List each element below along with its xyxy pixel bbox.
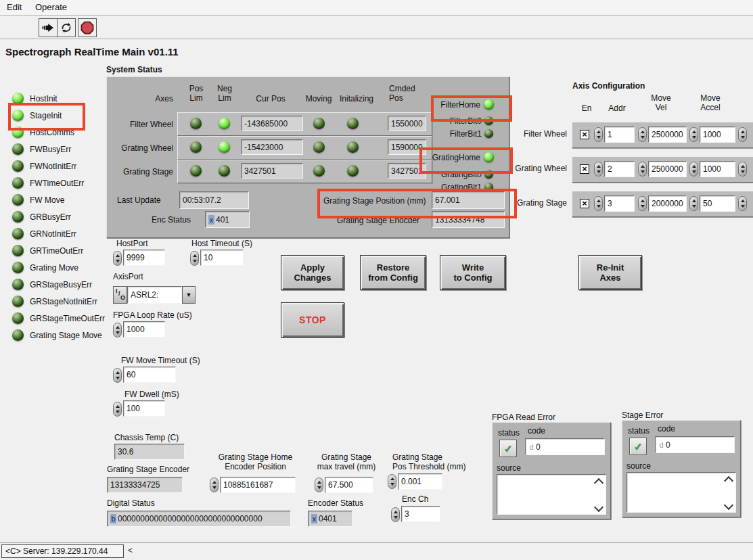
fw-dwell-input[interactable]: 100 — [123, 400, 165, 417]
move-vel-input[interactable]: 2000000 — [648, 195, 687, 212]
move-vel-stepper[interactable] — [638, 196, 647, 211]
axisport-dropdown-button[interactable]: ▼ — [182, 286, 196, 304]
addr-stepper[interactable] — [594, 196, 603, 211]
fw-dwell-stepper[interactable] — [113, 402, 122, 417]
led-label: HostComms — [30, 128, 74, 137]
bit-led-label: FilterHome — [413, 100, 480, 110]
led-label: GRStageNotInitErr — [30, 297, 97, 306]
hostport-stepper[interactable] — [113, 251, 122, 266]
max-travel-label: Grating Stage max travel (mm) — [313, 452, 380, 471]
radix-decimal: d — [528, 442, 534, 452]
led-label: HostInit — [30, 94, 58, 103]
stop-button[interactable]: STOP — [281, 302, 344, 337]
host-timeout-stepper[interactable] — [190, 251, 199, 266]
addr-stepper[interactable] — [594, 162, 603, 177]
neg-lim-led — [219, 141, 230, 153]
col-header-neg-lim: Neg Lim — [212, 84, 237, 103]
enc-ch-input[interactable]: 3 — [401, 506, 440, 522]
front-panel: Edit Operate Spectrograp — [0, 0, 753, 560]
chassis-temp-indicator: 30.6 — [114, 444, 185, 460]
pos-threshold-stepper[interactable] — [388, 474, 396, 489]
source-textarea[interactable] — [626, 472, 736, 513]
grating-stage-encoder-indicator: 13133334725 — [107, 477, 183, 493]
menu-operate[interactable]: Operate — [35, 2, 67, 12]
led-label: GRNotInitErr — [30, 229, 76, 239]
fw-dwell-label: FW Dwell (mS) — [124, 390, 179, 399]
move-accel-input[interactable]: 50 — [700, 195, 735, 212]
hostport-label: HostPort — [116, 239, 148, 248]
move-vel-stepper[interactable] — [638, 162, 647, 177]
grstagetimeouterr-led — [12, 312, 24, 324]
hostport-input[interactable]: 9999 — [123, 250, 165, 266]
max-travel-stepper[interactable] — [315, 477, 323, 492]
led-label: Grating Stage Move — [30, 331, 102, 340]
menu-bar: Edit Operate — [0, 0, 753, 16]
move-accel-stepper[interactable] — [689, 196, 698, 211]
extra-stepper[interactable] — [738, 127, 747, 142]
host-timeout-input[interactable]: 10 — [200, 250, 244, 266]
code-input[interactable]: d 0 — [525, 438, 605, 455]
axis-row-label: Grating Stage — [115, 167, 173, 177]
pos-threshold-input[interactable]: 0.001 — [398, 473, 442, 490]
enable-checkbox[interactable] — [580, 130, 589, 139]
enable-checkbox[interactable] — [580, 199, 589, 208]
fpga-loop-rate-input[interactable]: 1000 — [123, 321, 165, 337]
addr-input[interactable]: 1 — [604, 126, 635, 143]
restore-from-config-button[interactable]: Restore from Config — [360, 255, 426, 290]
bit-led-label: GratingBit1 — [414, 183, 482, 192]
write-to-config-button[interactable]: Write to Config — [440, 255, 506, 290]
radix-hex: x — [208, 215, 214, 225]
run-button[interactable] — [39, 18, 58, 37]
enc-status-indicator: x 401 — [205, 211, 250, 228]
enable-checkbox[interactable] — [580, 164, 589, 174]
host-timeout-label: Host Timeout (S) — [191, 239, 252, 248]
bit-led-label: GratingBit0 — [414, 170, 482, 179]
col-header-moving: Moving — [303, 94, 334, 103]
page-title: Spectrograph RealTime Main v01.11 — [5, 46, 179, 57]
enc-ch-stepper[interactable] — [391, 507, 400, 522]
addr-input[interactable]: 2 — [604, 161, 635, 177]
fw-move-timeout-stepper[interactable] — [113, 368, 122, 383]
grnotiniterr-led — [12, 228, 24, 239]
addr-input[interactable]: 3 — [604, 195, 635, 212]
axis-config-row: 2 2500000 1000 — [572, 156, 753, 183]
home-encoder-position-stepper[interactable] — [210, 477, 219, 492]
gratinghome-led — [484, 152, 494, 162]
addr-stepper[interactable] — [594, 127, 603, 142]
radix-binary: b — [110, 514, 116, 523]
move-vel-input[interactable]: 2500000 — [648, 161, 687, 177]
code-input[interactable]: d 0 — [655, 436, 735, 453]
grating-stage-position-label: Grating Stage Position (mm) — [323, 196, 426, 206]
move-vel-input[interactable]: 2500000 — [648, 126, 687, 143]
extra-stepper[interactable] — [738, 196, 747, 211]
fwnotiniterr-led — [12, 160, 24, 172]
source-label: source — [626, 461, 651, 471]
extra-stepper[interactable] — [738, 162, 747, 177]
fw-move-timeout-input[interactable]: 60 — [123, 367, 176, 383]
move-accel-stepper[interactable] — [689, 127, 698, 142]
abort-button[interactable] — [78, 18, 97, 37]
move-vel-stepper[interactable] — [638, 127, 647, 142]
fpga-loop-rate-stepper[interactable] — [113, 323, 122, 337]
run-continuous-button[interactable] — [57, 18, 76, 37]
apply-changes-button[interactable]: Apply Changes — [281, 255, 344, 290]
status-ok-icon — [629, 438, 647, 455]
move-accel-input[interactable]: 1000 — [700, 161, 735, 177]
max-travel-input[interactable]: 67.500 — [325, 477, 373, 493]
home-encoder-position-input[interactable]: 10885161687 — [220, 477, 296, 493]
source-textarea[interactable] — [497, 474, 606, 515]
encoder-status-indicator: x 0401 — [308, 511, 352, 527]
menu-edit[interactable]: Edit — [7, 2, 22, 12]
reinit-axes-button[interactable]: Re-Init Axes — [578, 255, 642, 290]
code-label: code — [528, 426, 545, 436]
move-accel-stepper[interactable] — [689, 162, 698, 177]
gratingstagemove-led — [12, 329, 24, 341]
axis-config-row: 3 2000000 50 — [572, 191, 753, 217]
axisport-input[interactable]: ASRL2: — [127, 286, 182, 304]
cur-pos-indicator: 3427501 — [241, 163, 303, 179]
moving-led — [313, 141, 325, 153]
visa-io-icon[interactable]: I/O — [113, 286, 127, 304]
grstagenotiniterr-led — [12, 296, 24, 307]
statusbar-suffix: < — [128, 546, 133, 555]
move-accel-input[interactable]: 1000 — [700, 126, 735, 143]
